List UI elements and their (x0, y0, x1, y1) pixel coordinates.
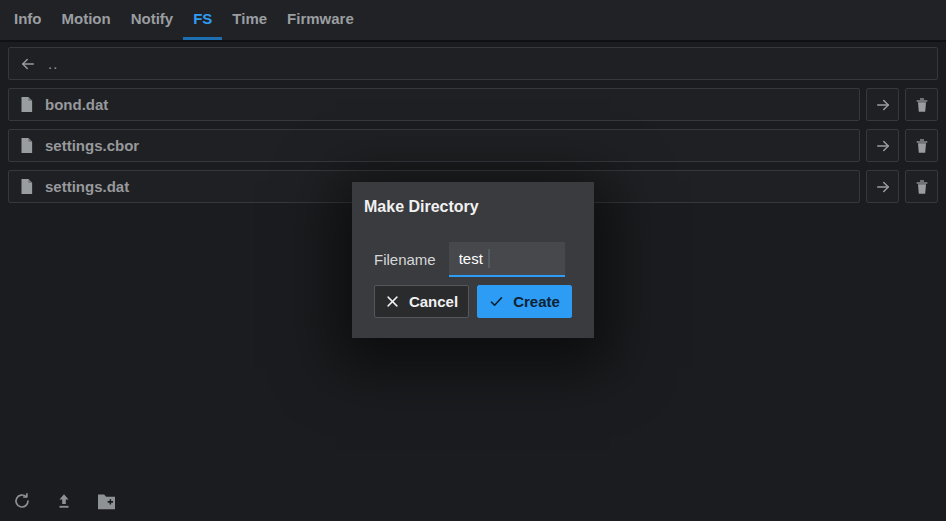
filename-input-wrap (449, 242, 565, 277)
create-label: Create (513, 293, 560, 310)
file-delete-button[interactable] (905, 88, 938, 121)
file-name-box[interactable]: bond.dat (8, 88, 860, 121)
tab-info[interactable]: Info (4, 0, 52, 40)
trash-icon (914, 138, 930, 154)
file-browser: .. bond.dat (0, 42, 946, 203)
new-folder-button[interactable] (97, 493, 116, 510)
tab-label: Motion (62, 10, 111, 27)
file-name: settings.cbor (45, 137, 139, 154)
refresh-button[interactable] (13, 492, 31, 510)
cancel-button[interactable]: Cancel (374, 285, 469, 318)
tab-time[interactable]: Time (222, 0, 277, 40)
upload-icon (55, 492, 73, 510)
refresh-icon (13, 492, 31, 510)
tab-label: Firmware (287, 10, 354, 27)
tab-label: FS (193, 10, 212, 27)
file-delete-button[interactable] (905, 170, 938, 203)
file-open-button[interactable] (866, 170, 899, 203)
file-open-button[interactable] (866, 88, 899, 121)
arrow-right-icon (874, 178, 892, 196)
tab-label: Info (14, 10, 42, 27)
tab-firmware[interactable]: Firmware (277, 0, 364, 40)
tab-bar: Info Motion Notify FS Time Firmware (0, 0, 946, 42)
filename-input[interactable] (449, 242, 565, 275)
file-name: settings.dat (45, 178, 129, 195)
new-folder-icon (97, 493, 116, 510)
file-icon (19, 137, 34, 154)
dialog-actions: Cancel Create (374, 285, 572, 318)
make-directory-dialog: Make Directory Filename Cancel Create (352, 182, 594, 338)
file-icon (19, 96, 34, 113)
upload-button[interactable] (55, 492, 73, 510)
parent-directory-label: .. (48, 55, 58, 72)
dialog-title: Make Directory (352, 182, 594, 217)
file-name-box[interactable]: settings.cbor (8, 129, 860, 162)
filename-label: Filename (374, 251, 436, 268)
create-button[interactable]: Create (477, 285, 572, 318)
cancel-label: Cancel (409, 293, 458, 310)
fs-toolbar (13, 492, 116, 510)
arrow-left-icon (19, 55, 37, 73)
file-icon (19, 178, 34, 195)
arrow-right-icon (874, 137, 892, 155)
file-name: bond.dat (45, 96, 108, 113)
file-row-0: bond.dat (8, 88, 938, 121)
file-row-1: settings.cbor (8, 129, 938, 162)
x-icon (385, 294, 400, 309)
tab-label: Notify (131, 10, 174, 27)
file-delete-button[interactable] (905, 129, 938, 162)
parent-directory-row[interactable]: .. (8, 47, 938, 80)
check-icon (489, 294, 504, 309)
trash-icon (914, 179, 930, 195)
filename-form-row: Filename (374, 242, 574, 277)
file-open-button[interactable] (866, 129, 899, 162)
tab-motion[interactable]: Motion (52, 0, 121, 40)
trash-icon (914, 97, 930, 113)
tab-fs[interactable]: FS (183, 0, 222, 40)
tab-label: Time (232, 10, 267, 27)
tab-notify[interactable]: Notify (121, 0, 184, 40)
arrow-right-icon (874, 96, 892, 114)
